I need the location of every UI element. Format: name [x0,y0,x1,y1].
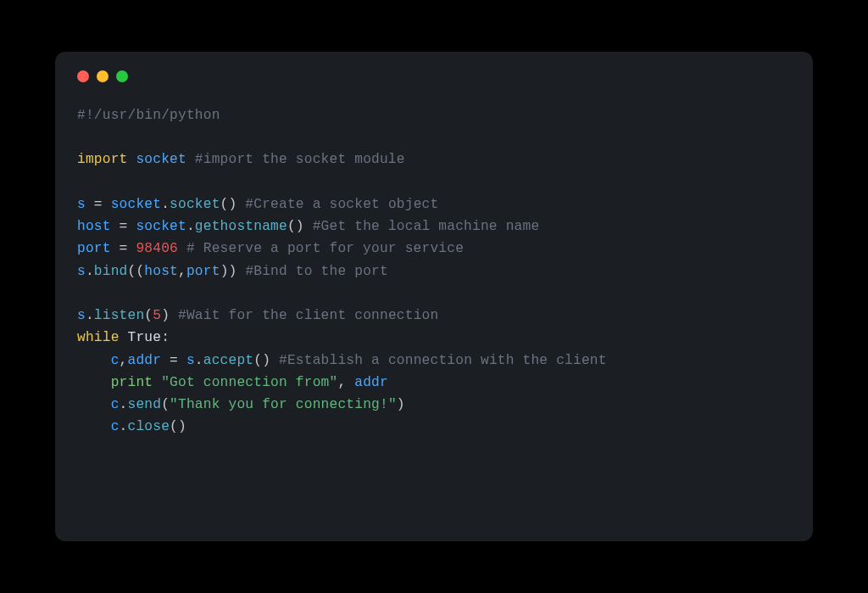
code-token: (( [128,264,145,279]
code-token: host [77,219,111,234]
code-token: c [111,397,120,412]
code-line: c.close() [77,419,186,434]
code-token: () [220,197,246,212]
code-token [153,375,161,390]
code-token: s [77,264,86,279]
code-block: #!/usr/bin/python import socket #import … [77,104,791,439]
code-token: print [111,375,153,390]
code-line: s.bind((host,port)) #Bind to the port [77,264,388,279]
code-token: . [120,397,128,412]
code-token [178,241,186,256]
code-window: #!/usr/bin/python import socket #import … [55,52,813,541]
code-line: host = socket.gethostname() #Get the loc… [77,219,539,234]
code-token: # Reserve a port for your service [186,241,464,256]
code-token: = [111,241,136,256]
code-line: s.listen(5) #Wait for the client connect… [77,308,438,323]
window-zoom-button[interactable] [116,70,128,82]
code-token [128,152,136,167]
code-token [120,330,128,345]
code-token: . [120,419,128,434]
window-minimize-button[interactable] [97,70,108,82]
code-token: = [86,197,111,212]
code-token: . [186,219,195,234]
code-line: s = socket.socket() #Create a socket obj… [77,197,438,212]
code-token: #import the socket module [195,152,405,167]
code-line: #!/usr/bin/python [77,108,220,123]
code-token: s [186,353,195,368]
code-token: : [161,330,170,345]
code-token: port [186,264,220,279]
code-token [77,353,111,368]
code-line: c,addr = s.accept() #Establish a connect… [77,353,607,368]
code-token: 5 [153,308,161,323]
code-token: #Create a socket object [245,197,438,212]
code-token: gethostname [195,219,287,234]
code-token: True [128,330,162,345]
code-token: , [178,264,186,279]
code-token: listen [94,308,145,323]
code-line: while True: [77,330,170,345]
code-token: . [86,264,94,279]
code-token: send [128,397,162,412]
code-token: () [253,353,279,368]
code-token [77,375,111,390]
code-token [77,397,111,412]
code-token: )) [220,264,246,279]
code-token: ) [397,397,405,412]
code-line: print "Got connection from", addr [77,375,388,390]
code-token: "Got connection from" [161,375,337,390]
code-token: #!/usr/bin/python [77,108,220,123]
code-token: , [337,375,354,390]
code-token: #Establish a connection with the client [279,353,607,368]
code-token: host [144,264,178,279]
code-token: ( [144,308,153,323]
code-token: socket [111,197,162,212]
code-token: = [161,353,186,368]
code-token: import [77,152,128,167]
code-token: #Get the local machine name [313,219,540,234]
code-token: while [77,330,120,345]
code-token: "Thank you for connecting!" [170,397,397,412]
code-token: #Bind to the port [245,264,388,279]
window-close-button[interactable] [77,70,89,82]
code-token: close [128,419,170,434]
code-token: = [111,219,136,234]
code-token: addr [128,353,162,368]
code-token: socket [170,197,220,212]
code-token: () [287,219,313,234]
code-token: bind [94,264,128,279]
code-line: port = 98406 # Reserve a port for your s… [77,241,464,256]
code-token: s [77,197,86,212]
code-token: c [111,353,120,368]
code-token: socket [136,219,186,234]
code-token: ( [161,397,170,412]
code-token: () [170,419,186,434]
code-token: s [77,308,86,323]
code-token: socket [136,152,186,167]
traffic-lights [77,70,791,82]
code-line: c.send("Thank you for connecting!") [77,397,405,412]
code-token: addr [354,375,388,390]
code-token: c [111,419,120,434]
code-line: import socket #import the socket module [77,152,405,167]
code-token: ) [161,308,178,323]
code-token: #Wait for the client connection [178,308,438,323]
code-token: . [161,197,170,212]
code-token: , [120,353,128,368]
code-token [77,419,111,434]
code-token: . [86,308,94,323]
code-token [186,152,195,167]
code-token: . [195,353,203,368]
code-token: 98406 [136,241,178,256]
code-token: accept [203,353,254,368]
code-token: port [77,241,111,256]
